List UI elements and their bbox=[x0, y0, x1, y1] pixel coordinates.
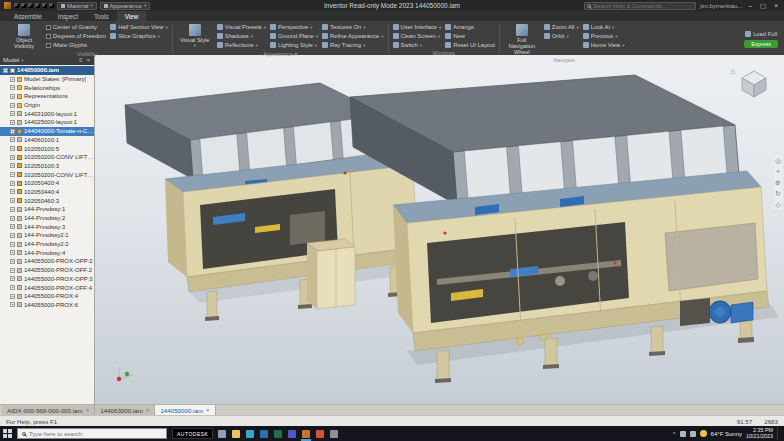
expander-icon[interactable]: + bbox=[10, 268, 15, 273]
tree-item[interactable]: + 144055000-PROX-OFF:2 bbox=[0, 266, 94, 275]
tree-item[interactable]: + 144-Prvsdssy:4 bbox=[0, 248, 94, 257]
start-button[interactable] bbox=[3, 429, 12, 438]
tree-item[interactable]: + 144-Prvsdssy2:2 bbox=[0, 240, 94, 249]
network-icon[interactable] bbox=[680, 431, 686, 437]
expander-icon[interactable]: + bbox=[10, 224, 15, 229]
load-full-button[interactable]: Load Full bbox=[745, 30, 777, 38]
expander-icon[interactable]: + bbox=[10, 216, 15, 221]
tree-item[interactable]: + Model States: [Primary] bbox=[0, 75, 94, 84]
expander-icon[interactable]: + bbox=[10, 198, 15, 203]
inventor-app-icon[interactable] bbox=[4, 2, 11, 9]
tree-item[interactable]: + 144055000-PROX-OFF:4 bbox=[0, 283, 94, 292]
close-button[interactable]: × bbox=[772, 2, 780, 9]
taskbar-app-icon[interactable] bbox=[302, 430, 310, 438]
appearance-tool-button[interactable]: Ray Tracing▾ bbox=[322, 41, 384, 49]
document-tab[interactable]: AIDX-000-568-000-000.iam × bbox=[2, 405, 95, 415]
visibility-tool-button[interactable]: Slice Graphics ▾ bbox=[110, 32, 168, 40]
quick-access-icon[interactable] bbox=[14, 3, 19, 8]
expander-icon[interactable]: + bbox=[10, 302, 15, 307]
viewcube[interactable] bbox=[738, 67, 770, 99]
tree-item[interactable]: + 102050200-CONV LIFTR ASSY:1 bbox=[0, 153, 94, 162]
appearance-tool-button[interactable]: Textures On▾ bbox=[322, 23, 384, 31]
expander-icon[interactable]: + bbox=[10, 103, 15, 108]
expander-icon[interactable]: + bbox=[10, 137, 15, 142]
taskbar-app-icon[interactable] bbox=[316, 430, 324, 438]
ribbon-tab[interactable]: Inspect bbox=[50, 11, 86, 21]
volume-icon[interactable] bbox=[690, 431, 696, 437]
tree-item[interactable]: + 144055000-PROX:4 bbox=[0, 292, 94, 301]
visibility-checkbox[interactable]: Degrees of Freedom bbox=[46, 32, 106, 40]
visibility-checkbox[interactable]: Center of Gravity bbox=[46, 23, 106, 31]
help-search-box[interactable] bbox=[584, 2, 696, 10]
document-tab[interactable]: 144063000.iam × bbox=[95, 405, 155, 415]
expander-icon[interactable]: + bbox=[10, 155, 15, 160]
ribbon-tab[interactable]: Assemble bbox=[6, 11, 50, 21]
expander-icon[interactable]: + bbox=[10, 181, 15, 186]
quick-access-icon[interactable] bbox=[42, 3, 47, 8]
minimize-button[interactable]: – bbox=[746, 2, 754, 9]
tree-item[interactable]: + 102050440:4 bbox=[0, 188, 94, 197]
taskbar-app-icon[interactable] bbox=[330, 430, 338, 438]
visibility-tool-button[interactable]: Half Section View ▾ bbox=[110, 23, 168, 31]
expander-icon[interactable]: + bbox=[10, 163, 15, 168]
tree-item[interactable]: + 144-Prvsdssy2:1 bbox=[0, 231, 94, 240]
expander-icon[interactable]: + bbox=[10, 259, 15, 264]
quick-access-icon[interactable] bbox=[28, 3, 33, 8]
windows-tool-button[interactable]: Reset UI Layout bbox=[445, 41, 495, 49]
expander-icon[interactable]: + bbox=[10, 250, 15, 255]
close-icon[interactable]: × bbox=[206, 407, 210, 413]
material-dropdown[interactable]: Material▾ bbox=[57, 2, 97, 10]
close-icon[interactable]: × bbox=[146, 407, 150, 413]
tree-item[interactable]: + 144-Prvsdssy:2 bbox=[0, 214, 94, 223]
tree-item[interactable]: + Relationships bbox=[0, 83, 94, 92]
home-view-icon[interactable]: ⌂ bbox=[730, 67, 735, 76]
taskbar-app-icon[interactable] bbox=[232, 430, 240, 438]
visibility-checkbox[interactable]: iMate Glyphs bbox=[46, 41, 106, 49]
expander-icon[interactable]: + bbox=[10, 129, 15, 134]
expander-icon[interactable]: + bbox=[10, 94, 15, 99]
expander-icon[interactable]: + bbox=[10, 276, 15, 281]
appearance-tool-button[interactable]: Ground Plane▾ bbox=[270, 32, 318, 40]
ribbon-tab[interactable]: Tools bbox=[86, 11, 117, 21]
appearance-tool-button[interactable]: Visual Presets▾ bbox=[217, 23, 266, 31]
expander-icon[interactable]: + bbox=[10, 242, 15, 247]
ribbon-tab[interactable]: View bbox=[117, 11, 147, 21]
taskbar-app-icon[interactable] bbox=[246, 430, 254, 438]
taskbar-search-input[interactable] bbox=[29, 431, 162, 437]
maximize-button[interactable]: ▢ bbox=[758, 2, 768, 10]
tree-item[interactable]: + 144060100:1 bbox=[0, 136, 94, 145]
taskbar-app-icon[interactable] bbox=[260, 430, 268, 438]
tree-item[interactable]: + 102050100:3 bbox=[0, 162, 94, 171]
expander-icon[interactable]: + bbox=[10, 294, 15, 299]
signed-in-user[interactable]: jim.byrne/stau... bbox=[700, 3, 742, 9]
windows-tool-button[interactable]: Arrange bbox=[445, 23, 495, 31]
navigate-tool-button[interactable]: Previous▾ bbox=[583, 32, 625, 40]
appearance-dropdown[interactable]: Appearance▾ bbox=[100, 2, 151, 10]
action-center-icon[interactable] bbox=[777, 427, 781, 440]
full-navigation-wheel-button[interactable]: Full Navigation Wheel bbox=[504, 23, 540, 56]
windows-tool-button[interactable]: Switch▾ bbox=[393, 41, 442, 49]
expander-icon[interactable]: + bbox=[10, 85, 15, 90]
quick-access-icon[interactable] bbox=[21, 3, 26, 8]
tree-item[interactable]: + 144055000-PROX:6 bbox=[0, 301, 94, 310]
expander-icon[interactable]: + bbox=[10, 111, 15, 116]
expander-icon[interactable]: + bbox=[10, 77, 15, 82]
windows-tool-button[interactable]: User Interface▾ bbox=[393, 23, 442, 31]
tree-item[interactable]: + 144040000-Tomate-n-Conveyors-RH:1 bbox=[0, 127, 94, 136]
nav-tool-icon[interactable]: ↻ bbox=[775, 190, 781, 197]
object-visibility-button[interactable]: Object Visibility bbox=[6, 23, 42, 50]
appearance-tool-button[interactable]: Refine Appearance▾ bbox=[322, 32, 384, 40]
tree-item[interactable]: + 144-Prvsdssy:3 bbox=[0, 222, 94, 231]
tree-item[interactable]: + 144-Prvsdssy:1 bbox=[0, 205, 94, 214]
tree-item[interactable]: + 144025000-layout:1 bbox=[0, 118, 94, 127]
appearance-tool-button[interactable]: Lighting Style▾ bbox=[270, 41, 318, 49]
windows-tool-button[interactable]: New bbox=[445, 32, 495, 40]
tree-item[interactable]: + 102050100:5 bbox=[0, 144, 94, 153]
tree-item[interactable]: − 144050000.iam bbox=[0, 66, 94, 75]
tree-item[interactable]: + 144055000-PROX-OPP:3 bbox=[0, 275, 94, 284]
taskbar-clock[interactable]: 2:35 PM 10/21/2023 bbox=[746, 428, 773, 440]
expander-icon[interactable]: + bbox=[10, 189, 15, 194]
expander-icon[interactable]: + bbox=[10, 120, 15, 125]
tree-item[interactable]: + 144031000-layout:1 bbox=[0, 109, 94, 118]
appearance-tool-button[interactable]: Shadows▾ bbox=[217, 32, 266, 40]
